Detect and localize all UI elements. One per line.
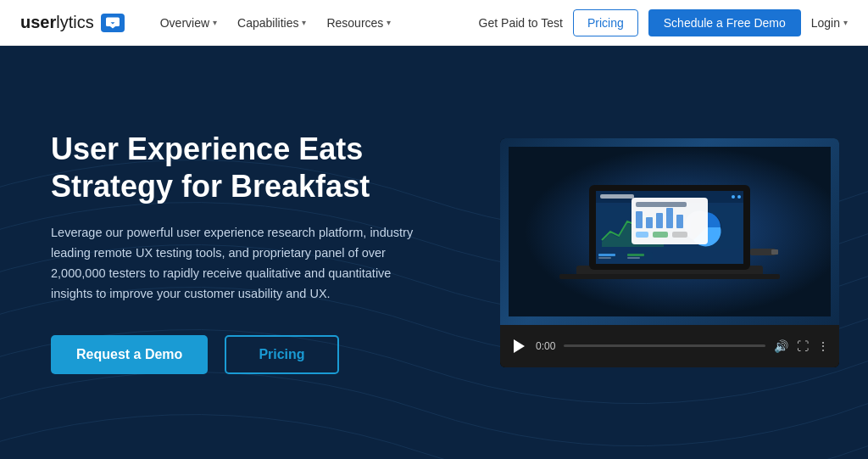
- video-player[interactable]: 0:00 🔊 ⛶ ⋮: [500, 138, 839, 367]
- svg-point-9: [737, 195, 741, 199]
- svg-rect-18: [627, 254, 644, 256]
- svg-rect-15: [598, 254, 615, 256]
- svg-rect-28: [653, 232, 668, 238]
- svg-rect-27: [636, 232, 648, 238]
- navbar: userlytics Overview ▾ Capabilities ▾ Res…: [0, 0, 868, 46]
- hero-section: User Experience Eats Strategy for Breakf…: [0, 46, 868, 459]
- chevron-down-icon: ▾: [387, 18, 391, 27]
- svg-rect-29: [672, 232, 687, 238]
- hero-buttons: Request a Demo Pricing: [51, 335, 466, 374]
- svg-rect-25: [666, 208, 673, 228]
- svg-rect-7: [600, 194, 634, 199]
- nav-item-overview[interactable]: Overview ▾: [152, 9, 225, 36]
- video-controls: 0:00 🔊 ⛶ ⋮: [500, 325, 839, 367]
- chevron-down-icon: ▾: [302, 18, 306, 27]
- logo[interactable]: userlytics: [20, 13, 125, 32]
- hero-video: 0:00 🔊 ⛶ ⋮: [500, 138, 839, 367]
- chevron-down-icon: ▾: [213, 18, 217, 27]
- hero-description: Leverage our powerful user experience re…: [51, 223, 415, 305]
- laptop-illustration: [509, 147, 831, 316]
- svg-point-8: [732, 195, 735, 199]
- play-icon: [514, 339, 525, 353]
- hero-title: User Experience Eats Strategy for Breakf…: [51, 131, 466, 204]
- svg-rect-26: [676, 215, 683, 228]
- more-options-icon[interactable]: ⋮: [817, 339, 829, 353]
- chat-bubble-icon: [106, 16, 120, 30]
- fullscreen-icon[interactable]: ⛶: [797, 339, 809, 353]
- svg-rect-16: [598, 257, 611, 259]
- pricing-nav-button[interactable]: Pricing: [573, 9, 638, 36]
- video-timestamp: 0:00: [536, 340, 555, 352]
- logo-icon: [101, 14, 125, 32]
- svg-rect-21: [636, 202, 687, 207]
- nav-item-resources[interactable]: Resources ▾: [318, 9, 399, 36]
- video-progress-bar[interactable]: [564, 344, 765, 347]
- svg-rect-31: [771, 249, 778, 255]
- volume-icon[interactable]: 🔊: [774, 339, 788, 353]
- video-thumbnail: [500, 138, 839, 325]
- nav-links: Overview ▾ Capabilities ▾ Resources ▾: [152, 9, 479, 36]
- request-demo-button[interactable]: Request a Demo: [51, 335, 208, 374]
- get-paid-link[interactable]: Get Paid to Test: [479, 16, 563, 30]
- login-menu[interactable]: Login ▾: [811, 16, 848, 30]
- chevron-down-icon: ▾: [843, 18, 848, 27]
- schedule-demo-button[interactable]: Schedule a Free Demo: [648, 9, 801, 36]
- svg-rect-23: [646, 217, 653, 228]
- nav-right: Get Paid to Test Pricing Schedule a Free…: [479, 9, 848, 36]
- hero-content: User Experience Eats Strategy for Breakf…: [51, 131, 466, 373]
- svg-rect-19: [627, 257, 640, 259]
- nav-item-capabilities[interactable]: Capabilities ▾: [229, 9, 314, 36]
- logo-text: userlytics: [20, 13, 94, 32]
- play-button[interactable]: [510, 338, 527, 355]
- svg-rect-24: [656, 213, 663, 228]
- svg-rect-22: [636, 211, 643, 228]
- svg-rect-3: [559, 274, 780, 279]
- pricing-hero-button[interactable]: Pricing: [225, 335, 338, 374]
